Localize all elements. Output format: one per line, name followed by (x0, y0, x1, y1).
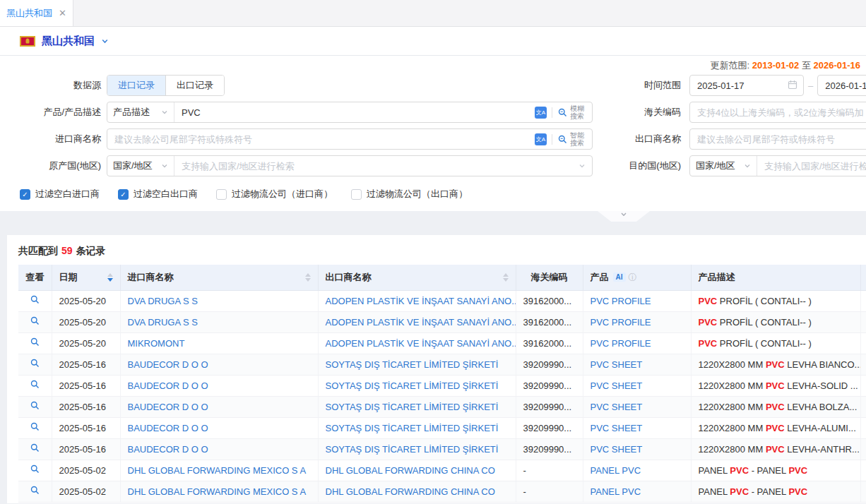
translate-icon[interactable]: 文A (535, 133, 547, 145)
tab-close-icon[interactable]: ✕ (59, 8, 66, 18)
row-importer-link[interactable]: MIKROMONT (120, 332, 318, 354)
column-hs-code: 海关编码 (516, 265, 583, 290)
calendar-icon[interactable] (788, 80, 797, 92)
chevron-down-icon[interactable] (579, 162, 586, 169)
date-start-field[interactable] (696, 80, 788, 92)
importer-input[interactable] (107, 134, 535, 145)
update-range-to: 2026-01-16 (814, 60, 861, 71)
tab-montenegro[interactable]: 黑山共和国 ✕ (0, 0, 73, 26)
description-text: 1220X2800 MM (699, 380, 766, 391)
row-exporter-link[interactable]: ADOPEN PLASTİK VE İNŞAAT SANAYİ ANO... (318, 311, 516, 332)
row-product-link[interactable]: PVC SHEET (583, 375, 691, 396)
row-product-link[interactable]: PVC SHEET (583, 438, 691, 460)
row-importer-link[interactable]: DVA DRUGA S S (120, 290, 318, 311)
row-importer-link[interactable]: BAUDECOR D O O (120, 438, 318, 460)
row-product-link[interactable]: PANEL PVC (583, 460, 691, 481)
column-exporter[interactable]: 出口商名称 (318, 265, 516, 290)
row-product-link[interactable]: PVC SHEET (583, 417, 691, 438)
view-record-icon[interactable] (30, 337, 40, 347)
checkbox-checked-icon[interactable]: ✓ (20, 189, 30, 200)
column-extra (860, 265, 866, 290)
hs-code-input[interactable] (690, 107, 866, 118)
checkbox-label: 过滤物流公司（出口商） (367, 188, 468, 200)
sort-icon-date[interactable] (107, 273, 113, 282)
sort-icon-importer[interactable] (305, 273, 311, 282)
checkbox-checked-icon[interactable]: ✓ (118, 189, 129, 200)
row-product-link[interactable]: PVC PROFILE (583, 290, 691, 311)
product-label: 产品/产品描述 (18, 106, 101, 119)
checkbox-filter-logistics-importer[interactable]: 过滤物流公司（进口商） (216, 188, 333, 200)
row-exporter-link[interactable]: SOYTAŞ DIŞ TİCARET LİMİTED ŞİRKETİ (318, 396, 516, 417)
exporter-input[interactable] (690, 134, 866, 145)
row-importer-link[interactable]: DHL GLOBAL FORWARDING MEXICO S A (120, 460, 318, 481)
row-exporter-link[interactable]: ADOPEN PLASTİK VE İNŞAAT SANAYİ ANO... (318, 290, 516, 311)
country-name[interactable]: 黑山共和国 (42, 35, 95, 48)
toggle-export-records[interactable]: 出口记录 (165, 76, 224, 95)
toggle-import-records[interactable]: 进口记录 (107, 76, 165, 95)
description-highlight: PVC (699, 296, 718, 306)
view-record-icon[interactable] (30, 443, 40, 453)
row-exporter-link[interactable]: SOYTAŞ DIŞ TİCARET LİMİTED ŞİRKETİ (318, 417, 516, 438)
view-record-icon[interactable] (30, 400, 40, 411)
collapse-panel-button[interactable] (598, 211, 650, 222)
row-exporter-link[interactable]: ADOPEN PLASTİK VE İNŞAAT SANAYİ ANO... (318, 332, 516, 354)
date-end-input[interactable] (817, 75, 866, 96)
description-highlight: PVC (766, 359, 785, 370)
checkbox-filter-blank-importer[interactable]: ✓ 过滤空白进口商 (20, 188, 100, 200)
date-start-input[interactable] (689, 75, 804, 96)
row-importer-link[interactable]: BAUDECOR D O O (120, 375, 318, 396)
column-product-label: 产品 (591, 272, 609, 282)
view-record-icon[interactable] (30, 294, 40, 305)
row-exporter-link[interactable]: SOYTAŞ DIŞ TİCARET LİMİTED ŞİRKETİ (318, 438, 516, 460)
column-importer[interactable]: 进口商名称 (120, 265, 318, 290)
row-exporter-link[interactable]: SOYTAŞ DIŞ TİCARET LİMİTED ŞİRKETİ (318, 375, 516, 396)
destination-select[interactable]: 国家/地区 (690, 156, 757, 176)
row-view-cell (18, 354, 52, 375)
row-importer-link[interactable]: BAUDECOR D O O (120, 396, 318, 417)
translate-icon[interactable]: 文A (535, 107, 547, 119)
smart-search-button[interactable]: 智能搜索 (557, 131, 586, 147)
description-text: 1220X2800 MM (699, 444, 766, 455)
checkbox-unchecked-icon[interactable] (351, 189, 362, 200)
product-search-input[interactable] (174, 107, 535, 118)
row-importer-link[interactable]: BAUDECOR D O O (120, 417, 318, 438)
row-exporter-link[interactable]: DHL GLOBAL FORWARDING CHINA CO (318, 481, 516, 502)
row-importer-link[interactable]: BAUDECOR D O O (120, 354, 318, 375)
view-record-icon[interactable] (30, 485, 40, 496)
origin-select[interactable]: 国家/地区 (107, 156, 174, 176)
origin-input[interactable] (174, 161, 579, 172)
chevron-down-icon (619, 211, 628, 218)
product-type-select[interactable]: 产品描述 (107, 102, 174, 122)
column-date[interactable]: 日期 (52, 265, 120, 290)
row-importer-link[interactable]: DHL GLOBAL FORWARDING MEXICO S A (120, 481, 318, 502)
sort-icon-exporter[interactable] (503, 273, 509, 282)
checkbox-unchecked-icon[interactable] (216, 189, 227, 200)
row-exporter-link[interactable]: DHL GLOBAL FORWARDING CHINA CO (318, 460, 516, 481)
row-product-link[interactable]: PVC PROFILE (583, 332, 691, 354)
update-range-to-word: 至 (802, 60, 811, 71)
fuzzy-search-button[interactable]: 模糊搜索 (557, 104, 586, 120)
row-product-link[interactable]: PVC SHEET (583, 396, 691, 417)
destination-input[interactable] (757, 161, 866, 172)
row-product-link[interactable]: PANEL PVC (583, 481, 691, 502)
smart-search-label: 智能搜索 (570, 131, 586, 147)
row-extra-cell (860, 417, 866, 438)
info-icon[interactable]: ⓘ (629, 272, 637, 282)
view-record-icon[interactable] (30, 379, 40, 390)
row-exporter-link[interactable]: SOYTAŞ DIŞ TİCARET LİMİTED ŞİRKETİ (318, 354, 516, 375)
view-record-icon[interactable] (30, 464, 40, 474)
date-end-field[interactable] (824, 80, 866, 92)
row-product-link[interactable]: PVC PROFILE (583, 311, 691, 332)
view-record-icon[interactable] (30, 316, 40, 326)
row-importer-link[interactable]: DVA DRUGA S S (120, 311, 318, 332)
checkbox-filter-logistics-exporter[interactable]: 过滤物流公司（出口商） (351, 188, 468, 200)
description-text: - PANEL (749, 486, 788, 497)
importer-label: 进口商名称 (18, 133, 101, 145)
row-extra-cell (860, 354, 866, 375)
data-source-toggle: 进口记录 出口记录 (107, 75, 225, 96)
row-product-link[interactable]: PVC SHEET (583, 354, 691, 375)
view-record-icon[interactable] (30, 421, 40, 432)
checkbox-filter-blank-exporter[interactable]: ✓ 过滤空白出口商 (118, 188, 198, 200)
chevron-down-icon[interactable] (101, 37, 109, 45)
view-record-icon[interactable] (30, 358, 40, 368)
